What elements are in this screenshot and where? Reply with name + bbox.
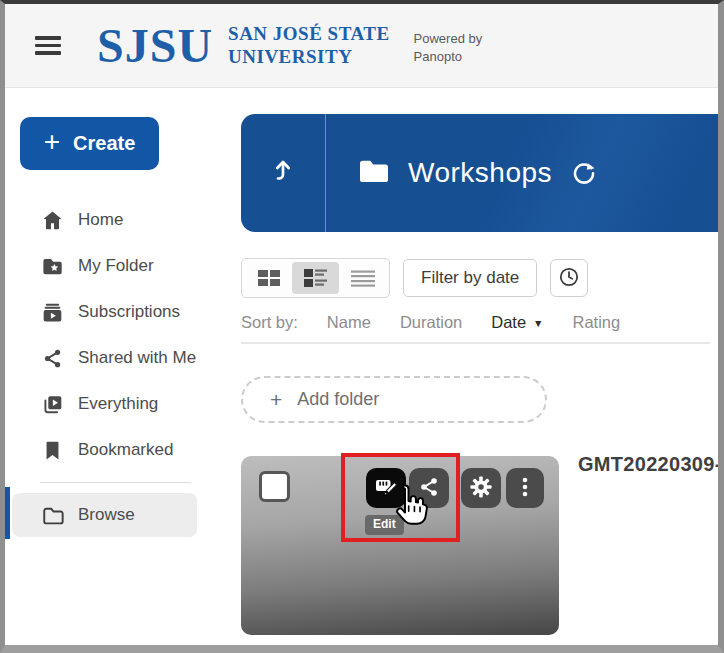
up-level-icon — [268, 155, 298, 191]
sjsu-logo: SJSU — [97, 22, 213, 70]
plus-icon: + — [270, 388, 282, 412]
thumbnail-list-view-button[interactable] — [292, 262, 339, 294]
gear-icon — [468, 474, 494, 503]
sort-option-rating[interactable]: Rating — [573, 313, 621, 332]
grid-view-button[interactable] — [245, 262, 292, 294]
sidebar-nav: Home My Folder Subscriptions — [5, 197, 241, 473]
home-icon — [40, 208, 64, 232]
create-button[interactable]: + Create — [20, 117, 159, 170]
scheduled-recordings-button[interactable] — [550, 259, 588, 297]
sidebar-item-everything[interactable]: Everything — [5, 381, 241, 427]
share-button[interactable] — [409, 468, 449, 508]
clock-icon — [557, 265, 581, 292]
view-toolbar: Filter by date — [241, 258, 718, 298]
sort-bar: Sort by: Name Duration Date ▼ Rating — [241, 313, 718, 332]
sidebar-item-label: Shared with Me — [78, 348, 196, 368]
video-select-checkbox[interactable] — [259, 471, 290, 502]
sidebar: + Create Home My Folder — [5, 88, 241, 645]
folder-header-bar: Workshops — [241, 114, 718, 232]
plus-icon: + — [44, 128, 60, 156]
folder-title: Workshops — [408, 157, 552, 189]
video-stack-icon — [40, 392, 64, 416]
share-icon — [417, 475, 441, 502]
sort-option-date[interactable]: Date ▼ — [491, 313, 543, 332]
folder-star-icon — [40, 254, 64, 278]
wordmark-line2: UNIVERSITY — [228, 46, 390, 69]
share-nodes-icon — [40, 346, 64, 370]
filter-by-date-button[interactable]: Filter by date — [403, 259, 537, 297]
sidebar-item-label: Browse — [78, 505, 135, 525]
sidebar-item-bookmarked[interactable]: Bookmarked — [5, 427, 241, 473]
details-view-button[interactable] — [339, 262, 386, 294]
video-title: GMT20220309- — [578, 453, 718, 476]
sidebar-item-label: Bookmarked — [78, 440, 173, 460]
app-window: SJSU SAN JOSÉ STATE UNIVERSITY Powered b… — [0, 0, 724, 653]
sidebar-item-subscriptions[interactable]: Subscriptions — [5, 289, 241, 335]
sidebar-item-label: Everything — [78, 394, 158, 414]
content-divider — [241, 342, 710, 344]
sidebar-divider — [40, 482, 191, 483]
sort-option-name[interactable]: Name — [327, 313, 371, 332]
folder-outline-icon — [40, 503, 64, 527]
video-card: Edit GMT20220309- — [241, 456, 718, 635]
edit-icon — [373, 474, 399, 503]
bookmark-icon — [40, 438, 64, 462]
sidebar-item-shared-with-me[interactable]: Shared with Me — [5, 335, 241, 381]
app-header: SJSU SAN JOSÉ STATE UNIVERSITY Powered b… — [5, 4, 718, 88]
add-folder-button[interactable]: + Add folder — [241, 376, 547, 423]
kebab-menu-icon — [514, 475, 536, 502]
up-one-level-button[interactable] — [241, 114, 325, 232]
sidebar-item-my-folder[interactable]: My Folder — [5, 243, 241, 289]
create-button-label: Create — [73, 132, 135, 155]
edit-tooltip: Edit — [365, 515, 404, 535]
caret-down-icon: ▼ — [533, 317, 543, 329]
university-wordmark: SAN JOSÉ STATE UNIVERSITY — [228, 23, 390, 69]
refresh-icon[interactable] — [571, 160, 597, 186]
main-content: Workshops — [241, 88, 718, 645]
sort-option-duration[interactable]: Duration — [400, 313, 462, 332]
view-mode-group — [241, 258, 390, 298]
hamburger-menu-icon[interactable] — [35, 36, 61, 54]
sidebar-item-label: Home — [78, 210, 123, 230]
sidebar-item-home[interactable]: Home — [5, 197, 241, 243]
add-folder-label: Add folder — [297, 389, 379, 410]
powered-by-text: Powered by Panopto — [414, 26, 483, 65]
sidebar-item-label: My Folder — [78, 256, 154, 276]
edit-button[interactable] — [366, 468, 406, 508]
more-options-button[interactable] — [506, 468, 544, 508]
settings-button[interactable] — [461, 468, 501, 508]
sidebar-item-browse[interactable]: Browse — [5, 492, 241, 538]
folder-icon — [358, 158, 391, 189]
subscriptions-icon — [40, 300, 64, 324]
sidebar-item-label: Subscriptions — [78, 302, 180, 322]
sort-by-label: Sort by: — [241, 313, 298, 332]
wordmark-line1: SAN JOSÉ STATE — [228, 23, 390, 46]
video-thumbnail[interactable]: Edit — [241, 456, 559, 635]
